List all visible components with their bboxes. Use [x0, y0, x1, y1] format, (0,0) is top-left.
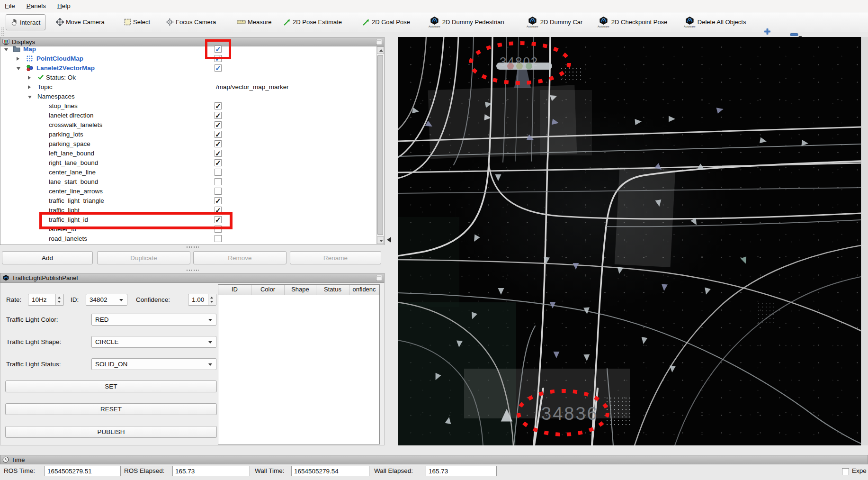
- expander-expanded-icon[interactable]: [4, 48, 8, 51]
- duplicate-button[interactable]: Duplicate: [97, 251, 190, 264]
- wall-time-field[interactable]: [291, 466, 369, 476]
- move-camera-tool[interactable]: Move Camera: [56, 12, 105, 32]
- experimental-checkbox[interactable]: [842, 468, 849, 475]
- 2d-pose-estimate-tool[interactable]: 2D Pose Estimate: [283, 12, 342, 32]
- pointcloud-icon: [26, 55, 33, 62]
- right-lane-bound-checkbox[interactable]: ✓: [215, 159, 222, 166]
- expander-collapsed-icon[interactable]: [17, 57, 19, 61]
- center-lane-line-checkbox[interactable]: [215, 169, 222, 176]
- tree-item-crosswalk-lanelets[interactable]: crosswalk_lanelets✓: [0, 120, 378, 130]
- ros-time-field[interactable]: [45, 466, 121, 476]
- table-header-status[interactable]: Status: [316, 285, 349, 295]
- lane-start-bound-checkbox[interactable]: [215, 178, 222, 185]
- tree-item-parking-lots[interactable]: parking_lots✓: [0, 130, 378, 139]
- id-combobox[interactable]: 34802: [86, 294, 127, 306]
- parking-lots-checkbox[interactable]: ✓: [215, 131, 222, 138]
- ros-elapsed-field[interactable]: [172, 466, 250, 476]
- menu-file[interactable]: File: [5, 2, 15, 9]
- tree-item-right-lane-bound[interactable]: right_lane_bound✓: [0, 158, 378, 168]
- tree-item-lanelet2vectormap[interactable]: Lanelet2VectorMap✓: [0, 63, 378, 73]
- tree-item-parking-space[interactable]: parking_space✓: [0, 139, 378, 149]
- rename-button[interactable]: Rename: [290, 251, 381, 264]
- expander-expanded-icon[interactable]: [17, 67, 20, 70]
- traffic-light-triangle-checkbox[interactable]: ✓: [215, 197, 222, 204]
- tree-item-center-line-arrows[interactable]: center_line_arrows: [0, 187, 378, 196]
- hand-icon: [11, 18, 18, 26]
- tree-item-road-lanelets[interactable]: road_lanelets: [0, 234, 378, 244]
- center-line-arrows-checkbox[interactable]: [215, 188, 222, 195]
- time-panel-header[interactable]: Time: [0, 455, 868, 464]
- table-header-shape[interactable]: Shape: [285, 285, 316, 295]
- spinner-arrows-icon[interactable]: [55, 294, 63, 305]
- green-arrow-icon: [362, 18, 370, 26]
- tree-item-stop-lines[interactable]: stop_lines✓: [0, 101, 378, 111]
- 2d-goal-pose-tool[interactable]: 2D Goal Pose: [362, 12, 410, 32]
- crosswalk-lanelets-checkbox[interactable]: ✓: [215, 121, 222, 128]
- road-lanelets-checkbox[interactable]: [215, 235, 222, 242]
- publish-button[interactable]: PUBLISH: [5, 426, 217, 438]
- rate-spinbox[interactable]: 10Hz: [28, 294, 64, 306]
- parking-space-checkbox[interactable]: ✓: [215, 140, 222, 147]
- tree-item-lanelet-direction[interactable]: lanelet direction✓: [0, 111, 378, 120]
- tree-item-status-ok[interactable]: Status: Ok: [0, 73, 378, 82]
- direction-arrow: [583, 354, 590, 361]
- interact-tool[interactable]: Interact: [6, 14, 45, 30]
- table-header-onfidenc[interactable]: onfidenc: [349, 285, 379, 295]
- 2d-dummy-pedestrian-tool[interactable]: Autoware2D Dummy Pedestrian: [429, 12, 504, 32]
- panel-splitter-handle[interactable]: [187, 246, 199, 248]
- traffic-light-panel-header[interactable]: TrafficLightPublishPanel: [0, 273, 385, 283]
- expander-collapsed-icon[interactable]: [28, 85, 31, 89]
- scroll-up-button[interactable]: [377, 46, 384, 54]
- tree-scrollbar[interactable]: [376, 46, 384, 244]
- focus-camera-tool[interactable]: Focus Camera: [166, 12, 216, 32]
- traffic-light-table[interactable]: IDColorShapeStatusonfidenc: [218, 284, 380, 444]
- tree-item-pointcloudmap[interactable]: PointCloudMap✓: [0, 54, 378, 63]
- lanelet2vectormap-checkbox[interactable]: ✓: [215, 64, 222, 72]
- traffic-light-housing: [496, 63, 552, 70]
- tree-item-topic[interactable]: Topic/map/vector_map_marker: [0, 82, 378, 92]
- traffic-light-shape-combobox[interactable]: CIRCLE: [91, 336, 216, 348]
- panel-collapse-arrow-icon[interactable]: [387, 237, 391, 243]
- table-header-id[interactable]: ID: [218, 285, 251, 295]
- tree-item-left-lane-bound[interactable]: left_lane_bound✓: [0, 149, 378, 158]
- traffic-light-color-combobox[interactable]: RED: [91, 314, 216, 326]
- reset-button[interactable]: RESET: [5, 403, 217, 415]
- set-button[interactable]: SET: [5, 380, 217, 392]
- stop-lines-checkbox[interactable]: ✓: [215, 102, 222, 109]
- expander-expanded-icon[interactable]: [28, 96, 32, 99]
- undock-button[interactable]: [376, 275, 382, 281]
- table-header-color[interactable]: Color: [251, 285, 285, 295]
- measure-tool[interactable]: Measure: [237, 12, 272, 32]
- add-button[interactable]: Add: [2, 251, 93, 264]
- left-lane-bound-checkbox[interactable]: ✓: [215, 150, 222, 157]
- right-panel-strip[interactable]: [861, 37, 868, 445]
- confidence-spinbox[interactable]: 1.00: [188, 294, 216, 306]
- render-viewport[interactable]: 34802 34836: [398, 37, 861, 445]
- traffic-light-status-combobox[interactable]: SOLID_ON: [91, 358, 216, 370]
- expander-collapsed-icon[interactable]: [28, 76, 31, 80]
- chevron-down-icon: [119, 299, 123, 301]
- id-label: ID:: [71, 294, 79, 306]
- tree-item-namespaces[interactable]: Namespaces: [0, 92, 378, 101]
- tree-item-center-lane-line[interactable]: center_lane_line: [0, 168, 378, 177]
- select-tool[interactable]: Select: [124, 12, 150, 32]
- lanelet-direction-checkbox[interactable]: ✓: [215, 112, 222, 119]
- scroll-down-button[interactable]: [377, 236, 384, 244]
- check-icon: [37, 74, 44, 80]
- tree-item-traffic-light-triangle[interactable]: traffic_light_triangle✓: [0, 196, 378, 206]
- menu-help[interactable]: Help: [57, 2, 71, 9]
- scrollbar-thumb[interactable]: [377, 55, 383, 235]
- panel-splitter-handle[interactable]: [187, 270, 199, 271]
- tree-item-lane-start-bound[interactable]: lane_start_bound: [0, 177, 378, 187]
- tool-label: 2D Dummy Car: [540, 18, 583, 26]
- delete-all-objects-tool[interactable]: AutowareDelete All Objects: [684, 12, 746, 32]
- remove-button[interactable]: Remove: [193, 251, 286, 264]
- add-tool-button[interactable]: [763, 27, 771, 37]
- tree-item-map[interactable]: Map✓: [0, 45, 378, 54]
- spinner-arrows-icon[interactable]: [208, 294, 216, 305]
- wall-elapsed-field[interactable]: [426, 466, 497, 476]
- tree-item-label: Lanelet2VectorMap: [36, 64, 95, 72]
- 2d-checkpoint-pose-tool[interactable]: Autoware2D Checkpoint Pose: [598, 12, 667, 32]
- 2d-dummy-car-tool[interactable]: Autoware2D Dummy Car: [527, 12, 582, 32]
- menu-panels[interactable]: Panels: [27, 2, 46, 9]
